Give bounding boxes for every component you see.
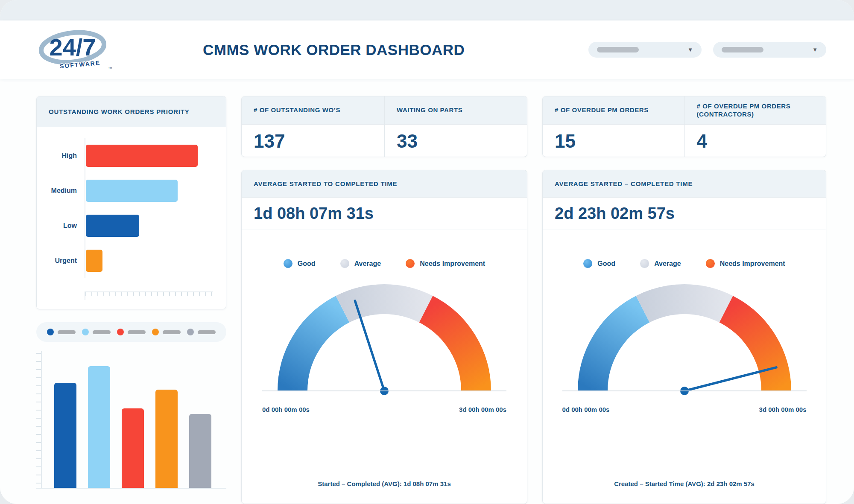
legend-placeholder-bar [163, 330, 181, 334]
priority-bar-chart: HighMediumLowUrgent [37, 127, 226, 309]
kpi-value: 137 [242, 125, 384, 157]
kpi-card-outstanding: # OF OUTSTANDING WO’S WAITING ON PARTS 1… [241, 96, 527, 157]
filter-dropdown-1[interactable]: ▼ [588, 42, 702, 58]
kpi-label: # OF OUTSTANDING WO’S [242, 96, 384, 125]
right-column: # OF OVERDUE PM ORDERS # OF OVERDUE PM O… [542, 96, 826, 504]
dashboard-body: OUTSTANDING WORK ORDERS PRIORITY HighMed… [0, 79, 854, 504]
average-dot-icon [340, 259, 349, 268]
legend-item-needs-improvement: Needs Improvement [406, 259, 485, 268]
middle-column: # OF OUTSTANDING WO’S WAITING ON PARTS 1… [241, 96, 527, 504]
gauge-arc-area [273, 279, 495, 402]
gauge-value-text: 1d 08h 07m 31s [242, 198, 527, 230]
priority-chart-card: OUTSTANDING WORK ORDERS PRIORITY HighMed… [36, 96, 226, 309]
tick-marks [85, 291, 213, 296]
dropdown-placeholder-bar [722, 47, 763, 52]
mini-bar-5 [189, 414, 211, 488]
gauge-body: Good Average Needs Improvement [543, 230, 826, 504]
filter-dropdown-2[interactable]: ▼ [713, 42, 826, 58]
gauge-chart [573, 279, 796, 401]
gauge-arc-good [593, 309, 643, 391]
needs-improvement-dot-icon [406, 259, 415, 268]
legend-toggle-2[interactable] [82, 329, 111, 335]
mini-bar-1 [54, 383, 76, 488]
gauge-caption: Created – Started Time (AVG): 2d 23h 02m… [614, 480, 755, 487]
legend-item-needs-improvement: Needs Improvement [706, 259, 785, 268]
left-column: OUTSTANDING WORK ORDERS PRIORITY HighMed… [36, 96, 226, 504]
legend-placeholder-bar [93, 330, 111, 334]
dashboard-window: 24/7 SOFTWARE ™ CMMS WORK ORDER DASHBOAR… [0, 0, 854, 504]
gauge-chart [273, 279, 495, 401]
good-dot-icon [284, 259, 292, 268]
bar-cell [85, 208, 213, 243]
logo-number: 24/7 [50, 34, 96, 61]
gauge-svg [273, 279, 495, 401]
gauge-min-label: 0d 00h 00m 00s [562, 406, 610, 413]
gauge-caption: Started – Completed (AVG): 1d 08h 07m 31… [318, 480, 450, 487]
priority-bar-low [86, 215, 139, 237]
page-title: CMMS WORK ORDER DASHBOARD [203, 41, 465, 58]
mini-bar-3 [122, 408, 144, 488]
legend-toggle-5[interactable] [187, 329, 216, 335]
gauge-arc-average [643, 299, 726, 309]
mini-bar-chart [36, 351, 226, 489]
gauge-card-title: AVERAGE STARTED – COMPLETED TIME [555, 180, 693, 187]
chevron-down-icon: ▼ [812, 47, 818, 52]
priority-card-title: OUTSTANDING WORK ORDERS PRIORITY [49, 108, 190, 115]
gauge-arc-needs-improvement [426, 309, 476, 391]
gauge-legend: Good Average Needs Improvement [284, 259, 485, 268]
legend-placeholder-bar [58, 330, 76, 334]
x-axis-ticks [85, 291, 213, 300]
legend-dot-icon [82, 329, 89, 335]
logo-trademark: ™ [108, 66, 112, 71]
gauge-max-label: 3d 00h 00m 00s [459, 406, 506, 413]
gauge-card-created-started: AVERAGE STARTED – COMPLETED TIME 2d 23h … [542, 170, 826, 504]
gauge-axis-labels: 0d 00h 00m 00s 3d 00h 00m 00s [262, 406, 506, 413]
legend-label: Good [597, 260, 615, 268]
gauge-baseline [262, 390, 506, 391]
chevron-down-icon: ▼ [687, 47, 693, 52]
kpi-card-overdue: # OF OVERDUE PM ORDERS # OF OVERDUE PM O… [542, 96, 826, 157]
legend-item-average: Average [640, 259, 681, 268]
legend-label: Needs Improvement [720, 260, 785, 268]
legend-label: Average [654, 260, 681, 268]
bar-cell [85, 173, 213, 208]
legend-toggle-4[interactable] [152, 329, 181, 335]
category-label: Urgent [41, 257, 85, 265]
legend-item-good: Good [284, 259, 316, 268]
gauge-arc-good [292, 309, 342, 391]
category-label: Medium [41, 187, 85, 195]
legend-item-average: Average [340, 259, 381, 268]
priority-card-header: OUTSTANDING WORK ORDERS PRIORITY [37, 96, 226, 127]
kpi-value: 15 [543, 125, 684, 157]
gauge-card-header: AVERAGE STARTED – COMPLETED TIME [543, 170, 826, 198]
mini-bar-2 [88, 366, 110, 488]
priority-bar-medium [86, 180, 178, 202]
priority-bar-urgent [86, 250, 102, 272]
gauge-axis-labels: 0d 00h 00m 00s 3d 00h 00m 00s [562, 406, 807, 413]
category-label: Low [41, 222, 85, 230]
legend-dot-icon [187, 329, 194, 335]
legend-label: Average [354, 260, 381, 268]
legend-toggle-3[interactable] [117, 329, 146, 335]
category-label: High [41, 152, 85, 160]
legend-dot-icon [117, 329, 124, 335]
company-logo: 24/7 SOFTWARE ™ [36, 27, 115, 72]
needs-improvement-dot-icon [706, 259, 715, 268]
gauge-svg [573, 279, 796, 401]
series-legend-pill [36, 322, 226, 342]
average-dot-icon [640, 259, 649, 268]
gauge-baseline [562, 390, 807, 391]
gauge-card-header: AVERAGE STARTED TO COMPLETED TIME [242, 170, 527, 198]
kpi-value: 33 [384, 125, 527, 157]
bar-cell [85, 243, 213, 278]
gauge-body: Good Average Needs Improvement [242, 230, 527, 504]
gauge-card-started-completed: AVERAGE STARTED TO COMPLETED TIME 1d 08h… [241, 170, 527, 504]
legend-dot-icon [47, 329, 54, 335]
kpi-label: WAITING ON PARTS [384, 96, 527, 125]
gauge-arc-area [573, 279, 796, 402]
legend-toggle-1[interactable] [47, 329, 76, 335]
kpi-label: # OF OVERDUE PM ORDERS [543, 96, 684, 125]
kpi-value: 4 [684, 125, 826, 157]
mini-bar-4 [155, 390, 178, 488]
legend-item-good: Good [583, 259, 615, 268]
